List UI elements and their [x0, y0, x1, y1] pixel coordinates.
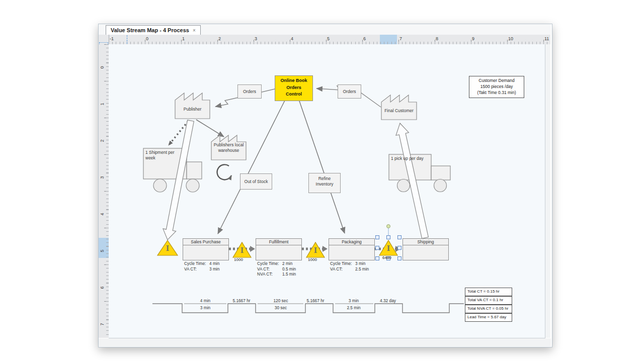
ruler-label: 6	[363, 36, 366, 41]
orders-label-right[interactable]: Orders	[338, 84, 361, 99]
ruler-label: 3	[255, 36, 257, 41]
inventory-letter: I	[384, 244, 392, 252]
tab-value-stream-map[interactable]: Value Stream Map - 4 Process×	[106, 25, 201, 35]
final-customer-label: Final Customer	[381, 103, 417, 119]
ruler-label: 6	[100, 286, 105, 289]
truck-left-label: 1 Shipment per week	[145, 150, 185, 161]
ruler-label: 3	[100, 176, 105, 178]
summary-total-ct[interactable]: Total CT = 0.15 hr	[465, 288, 512, 296]
ruler-label: 4	[291, 36, 293, 41]
ruler-guide-line	[127, 35, 127, 44]
orders-label-left[interactable]: Orders	[237, 84, 262, 99]
screen: Value Stream Map - 4 Process× -1 0 1 2 3…	[0, 0, 644, 362]
orders-text: Orders	[243, 89, 256, 95]
summary-text: Total NVA CT = 0.05 hr	[467, 306, 508, 311]
ruler-label: 5	[100, 249, 105, 252]
ruler-label: 2	[100, 139, 105, 142]
timeline-value: 30 sec	[265, 305, 297, 310]
process-box-fulfillment[interactable]: Fulfillment	[256, 238, 302, 260]
arrow-control-to-sales-purchase[interactable]	[218, 100, 285, 234]
ruler-label: 2	[218, 36, 221, 41]
process-title: Fulfillment	[256, 239, 301, 245]
process-data-fulfillment: Cycle Time:2 min VA CT:0.5 min NVA CT:1.…	[257, 261, 296, 277]
ruler-label: 1	[182, 36, 185, 41]
timeline-value: 120 sec	[265, 298, 297, 303]
canvas-right-margin	[545, 44, 550, 338]
process-data-sales-purchase: Cycle Time:4 min VA CT:3 min	[184, 261, 219, 272]
warehouse-label: Publishers local warehouse	[211, 142, 247, 153]
ruler-label: 0	[146, 36, 148, 41]
horizontal-ruler: -1 0 1 2 3 4 5 6 7 8 9 10 11	[109, 35, 550, 45]
demand-line: (Takt Time 0.31 min)	[469, 89, 524, 96]
process-box-sales-purchase[interactable]: Sales Purchase	[183, 238, 229, 260]
out-of-stock-text: Out of Stock	[245, 179, 268, 185]
process-title: Packaging	[329, 239, 374, 245]
process-box-shipping[interactable]: Shipping	[403, 238, 449, 260]
orders-text: Orders	[343, 89, 356, 95]
summary-total-nva[interactable]: Total NVA CT = 0.05 hr	[465, 305, 512, 313]
arrow-publisher-to-warehouse[interactable]	[196, 120, 224, 137]
vertical-ruler: 0 1 2 3 4 5 6 7	[99, 44, 109, 338]
inventory-letter: I	[164, 244, 172, 252]
process-data-packaging: Cycle Time:3 min VA CT:2.5 min	[330, 261, 369, 272]
inventory-count: 1000	[304, 257, 321, 262]
tab-title: Value Stream Map - 4 Process	[111, 27, 189, 33]
ruler-label: 10	[508, 36, 513, 41]
timeline-value: 4.32 day	[372, 298, 404, 303]
demand-line: 1500 pieces /day	[469, 83, 524, 89]
refine-text: Inventory	[309, 182, 340, 187]
ruler-label: 1	[100, 103, 105, 105]
timeline-value: 4 min	[189, 298, 221, 303]
out-of-stock-box[interactable]: Out of Stock	[240, 173, 272, 190]
ruler-label: 9	[472, 36, 474, 41]
ruler-label: 4	[100, 213, 105, 215]
process-title: Shipping	[403, 239, 448, 245]
ruler-label: -1	[110, 36, 114, 41]
ruler-label: 0	[100, 66, 105, 68]
summary-total-va[interactable]: Total VA CT = 0.1 hr	[465, 296, 512, 305]
summary-lead-time[interactable]: Lead Time = 5.67 day	[465, 313, 512, 322]
timeline-value: 5.1667 hr	[299, 298, 332, 303]
control-line: Orders	[275, 84, 312, 92]
inventory-letter: I	[311, 246, 319, 254]
inventory-count: 6480	[378, 255, 395, 260]
timeline-value: 5.1667 hr	[225, 298, 258, 303]
truck-right-label: 1 pick up per day	[391, 156, 431, 161]
tab-close-icon[interactable]: ×	[193, 28, 196, 33]
timeline-value: 3 min	[338, 298, 370, 303]
summary-text: Lead Time = 5.67 day	[467, 315, 506, 319]
process-box-packaging[interactable]: Packaging	[329, 238, 375, 260]
process-title: Sales Purchase	[183, 239, 228, 245]
ruler-label: 11	[544, 36, 549, 41]
refine-inventory-box[interactable]: Refine Inventory	[308, 173, 341, 193]
ruler-label: 7	[100, 323, 105, 325]
arrow-control-to-packaging[interactable]	[299, 100, 345, 233]
timeline-value: 2.5 min	[338, 305, 370, 310]
rotation-handle[interactable]	[387, 225, 390, 228]
inventory-letter: I	[238, 246, 246, 254]
control-line: Online Book	[275, 77, 312, 84]
refine-text: Refine	[309, 176, 340, 182]
ruler-label: 7	[399, 36, 402, 41]
timeline-value: 3 min	[189, 305, 221, 310]
window-bottom-strip	[99, 338, 551, 346]
customer-demand-box[interactable]: Customer Demand 1500 pieces /day (Takt T…	[469, 76, 524, 98]
summary-text: Total CT = 0.15 hr	[467, 289, 500, 294]
publisher-label: Publisher	[175, 100, 210, 118]
inventory-count: 1000	[230, 257, 247, 262]
control-process-box[interactable]: Online Book Orders Control	[275, 75, 313, 101]
ruler-label: 8	[436, 36, 438, 41]
loop-arrow-icon[interactable]	[217, 164, 231, 179]
summary-text: Total VA CT = 0.1 hr	[467, 298, 503, 302]
ruler-label: 5	[327, 36, 330, 41]
control-line: Control	[275, 91, 312, 98]
demand-line: Customer Demand	[469, 77, 524, 83]
